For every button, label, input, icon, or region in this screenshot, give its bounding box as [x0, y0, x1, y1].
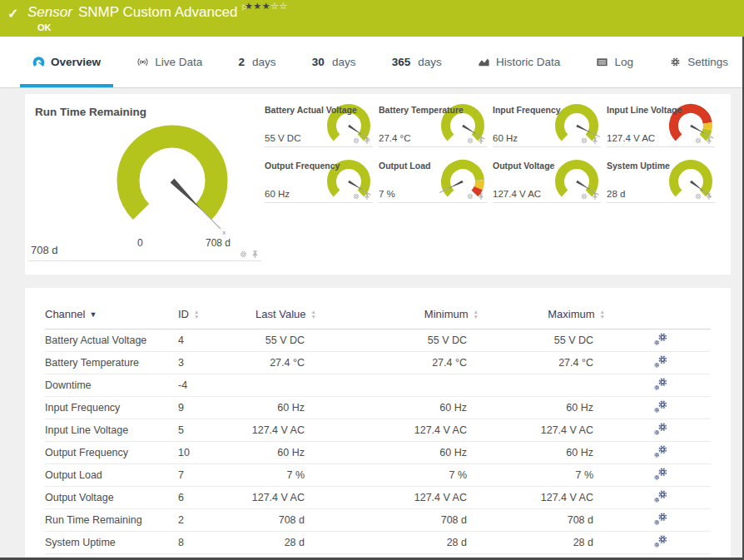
- channel-settings-icon[interactable]: [653, 332, 668, 347]
- cell-last-value: 708 d: [230, 509, 321, 532]
- tab-number: 2: [239, 56, 246, 68]
- cell-channel[interactable]: Output Load: [45, 464, 178, 487]
- cell-actions: [610, 352, 711, 374]
- cell-maximum: 127.4 V AC: [484, 419, 610, 442]
- channel-settings-icon[interactable]: [653, 422, 668, 437]
- gauge-title: Input Line Voltage: [607, 105, 682, 115]
- cell-id: 8: [178, 532, 230, 554]
- cell-maximum: 7 %: [484, 464, 610, 487]
- channel-settings-icon[interactable]: [653, 399, 668, 414]
- column-label: ID: [178, 308, 189, 320]
- cell-channel[interactable]: Input Line Voltage: [45, 419, 178, 442]
- cell-channel[interactable]: Input Frequency: [45, 397, 178, 419]
- gauge-tile-system-uptime[interactable]: System Uptime28 d: [607, 158, 715, 203]
- tab-label: Historic Data: [496, 56, 560, 68]
- star-empty: ☆☆: [270, 1, 288, 11]
- tab-number: 365: [392, 56, 411, 68]
- cell-channel[interactable]: Battery Temperature: [45, 352, 178, 374]
- gauge-value: 27.4 °C: [379, 133, 410, 143]
- channel-settings-icon[interactable]: [653, 489, 668, 504]
- priority-stars[interactable]: ★★★☆☆: [245, 1, 288, 12]
- channel-settings-icon[interactable]: [653, 354, 668, 369]
- tab-log[interactable]: Log: [583, 37, 646, 87]
- cell-last-value: 28 d: [230, 532, 321, 554]
- sensor-type-label: Sensor: [27, 4, 72, 20]
- gear-icon: [669, 56, 682, 68]
- cell-id: 10: [178, 442, 230, 464]
- gauge-tile-input-frequency[interactable]: Input Frequency60 Hz: [493, 102, 601, 147]
- gauge-tile-battery-actual-voltage[interactable]: Battery Actual Voltage55 V DC: [265, 102, 373, 147]
- tab-overview[interactable]: Overview: [20, 37, 113, 87]
- tab-label: Overview: [51, 56, 101, 68]
- gauge-value: 127.4 V AC: [493, 189, 541, 199]
- table-row: Battery Actual Voltage455 V DC55 V DC55 …: [45, 330, 711, 352]
- gauge-title: Battery Actual Voltage: [265, 105, 357, 115]
- gauge-value: 60 Hz: [493, 133, 518, 143]
- cell-channel[interactable]: System Uptime: [45, 532, 178, 554]
- cell-actions: [610, 442, 711, 464]
- cell-channel[interactable]: Output Voltage: [45, 487, 178, 509]
- cell-id: 2: [178, 509, 230, 532]
- table-row: Run Time Remaining2708 d708 d708 d: [45, 509, 711, 532]
- tab-settings[interactable]: Settings: [657, 37, 741, 87]
- tab-30-days[interactable]: 30days: [300, 37, 369, 87]
- gauge-tile-battery-temperature[interactable]: Battery Temperature27.4 °C: [379, 102, 487, 147]
- status-badge: OK: [37, 22, 52, 32]
- sensor-status-bar: ✓ SensorSNMP Custom Advanced⚐ ★★★☆☆ OK: [0, 0, 744, 37]
- channel-settings-icon[interactable]: [653, 444, 668, 459]
- tab-365-days[interactable]: 365days: [379, 37, 454, 87]
- cell-minimum: 28 d: [321, 532, 484, 554]
- cell-minimum: 708 d: [321, 509, 484, 532]
- pin-icon[interactable]: [250, 250, 260, 259]
- gauge-scale-min: 0: [137, 237, 143, 249]
- cell-channel[interactable]: Output Frequency: [45, 442, 178, 464]
- gauge-title: Input Frequency: [493, 105, 561, 115]
- cell-channel[interactable]: Battery Actual Voltage: [45, 330, 178, 352]
- column-header-id[interactable]: ID▲▼: [178, 296, 230, 330]
- cell-actions: [610, 419, 711, 442]
- gauge-title: Battery Temperature: [379, 105, 464, 115]
- cell-maximum: 60 Hz: [484, 397, 610, 419]
- cell-actions: [610, 487, 711, 509]
- cell-actions: [610, 464, 711, 487]
- cell-channel[interactable]: Downtime: [45, 374, 178, 397]
- gauge-tile-output-load[interactable]: Output Load7 %: [379, 158, 487, 203]
- column-header-maximum[interactable]: Maximum▲▼: [484, 296, 610, 330]
- channel-settings-icon[interactable]: [653, 534, 668, 549]
- gauge-value: 55 V DC: [265, 133, 300, 143]
- channel-settings-icon[interactable]: [653, 377, 668, 392]
- channel-settings-icon[interactable]: [653, 512, 668, 527]
- tab-2-days[interactable]: 2days: [226, 37, 289, 87]
- table-row: Input Frequency960 Hz60 Hz60 Hz: [45, 397, 711, 419]
- channel-settings-icon[interactable]: [653, 467, 668, 482]
- sort-icon: ▲▼: [600, 310, 605, 319]
- channels-table: Channel▼ID▲▼Last Value▲▼Minimum▲▼Maximum…: [45, 296, 711, 554]
- tab-label: Live Data: [155, 56, 202, 68]
- cell-minimum: 60 Hz: [321, 442, 484, 464]
- gear-icon[interactable]: [239, 250, 248, 259]
- cell-maximum: 55 V DC: [484, 330, 610, 352]
- tab-label: days: [418, 56, 442, 68]
- tab-live-data[interactable]: Live Data: [124, 37, 215, 87]
- cell-id: -4: [178, 374, 230, 397]
- cell-id: 9: [178, 397, 230, 419]
- cell-minimum: 127.4 V AC: [321, 487, 484, 509]
- cell-channel[interactable]: Run Time Remaining: [45, 509, 178, 532]
- cell-actions: [610, 374, 711, 397]
- cell-last-value: 127.4 V AC: [230, 419, 321, 442]
- column-header-minimum[interactable]: Minimum▲▼: [321, 296, 484, 330]
- column-header-actions: [610, 296, 711, 330]
- sensor-title-line: SensorSNMP Custom Advanced⚐: [27, 3, 248, 21]
- cell-actions: [610, 330, 711, 352]
- channels-panel: Channel▼ID▲▼Last Value▲▼Minimum▲▼Maximum…: [25, 288, 731, 558]
- gauge-tile-input-line-voltage[interactable]: Input Line Voltage127.4 V AC: [607, 102, 715, 147]
- gauge-value: 708 d: [31, 244, 58, 256]
- gauge-tile-output-frequency[interactable]: Output Frequency60 Hz: [265, 158, 373, 203]
- column-header-last-value[interactable]: Last Value▲▼: [230, 296, 321, 330]
- gauge-tile-run-time-remaining[interactable]: Run Time Remaining x 0 708 d 708 d: [28, 99, 261, 261]
- cell-minimum: 27.4 °C: [321, 352, 484, 374]
- table-row: Input Line Voltage5127.4 V AC127.4 V AC1…: [45, 419, 711, 442]
- gauge-tile-output-voltage[interactable]: Output Voltage127.4 V AC: [493, 158, 601, 203]
- column-header-channel[interactable]: Channel▼: [45, 296, 178, 330]
- tab-historic-data[interactable]: Historic Data: [465, 37, 573, 87]
